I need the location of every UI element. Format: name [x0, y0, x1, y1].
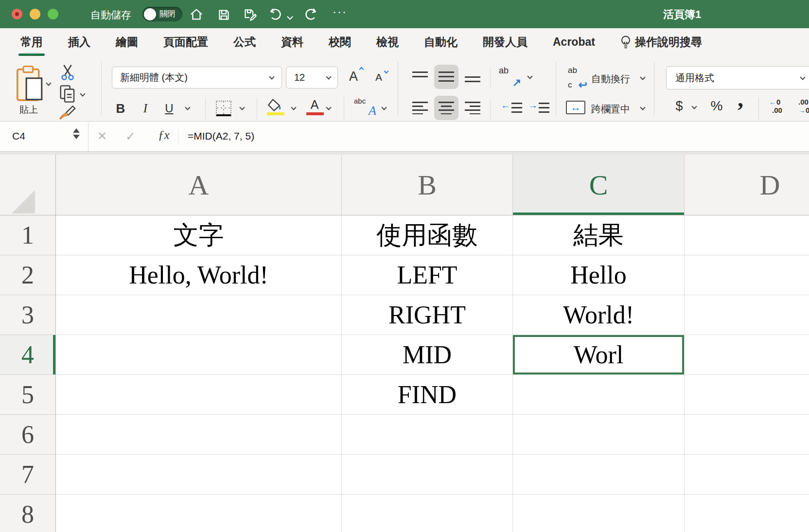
cell-D5[interactable]	[685, 375, 809, 415]
undo-button[interactable]	[267, 7, 283, 22]
font-color-chevron[interactable]	[326, 105, 331, 110]
row-header-5[interactable]: 5	[0, 375, 56, 415]
borders-menu-chevron[interactable]	[239, 105, 245, 110]
orientation-menu-chevron[interactable]	[527, 73, 532, 79]
cell-C1[interactable]: 結果	[513, 215, 685, 255]
cell-D6[interactable]	[685, 415, 809, 455]
align-top-button[interactable]	[412, 71, 428, 83]
name-box-stepper[interactable]	[73, 128, 80, 139]
more-commands-button[interactable]: ···	[333, 5, 347, 18]
bold-button[interactable]: B	[113, 99, 128, 118]
align-bottom-button[interactable]	[465, 71, 480, 83]
row-header-6[interactable]: 6	[0, 415, 56, 455]
underline-button[interactable]: U	[162, 99, 176, 118]
cell-A7[interactable]	[56, 455, 342, 495]
cell-A8[interactable]	[56, 495, 342, 532]
column-header-C[interactable]: C	[513, 155, 685, 215]
phonetic-guide-button[interactable]: abc A	[353, 97, 378, 118]
row-header-4[interactable]: 4	[0, 335, 56, 375]
minimize-window-button[interactable]	[30, 9, 40, 19]
decrease-indent-button[interactable]: ←	[502, 101, 522, 115]
font-size-select[interactable]: 12	[286, 67, 338, 89]
tab-view[interactable]: 檢視	[376, 35, 399, 50]
wrap-text-button[interactable]: ab c ↩	[568, 68, 585, 88]
percent-format-button[interactable]: %	[708, 97, 725, 115]
italic-button[interactable]: I	[139, 99, 152, 118]
row-header-8[interactable]: 8	[0, 495, 56, 532]
column-header-A[interactable]: A	[56, 155, 342, 215]
fill-color-chevron[interactable]	[291, 105, 296, 110]
close-window-button[interactable]	[12, 9, 22, 19]
cell-B2[interactable]: LEFT	[342, 255, 513, 295]
formula-input[interactable]: =MID(A2, 7, 5)	[188, 130, 254, 142]
orientation-button[interactable]: ab ↗	[499, 68, 522, 86]
font-name-select[interactable]: 新細明體 (本文)	[112, 67, 282, 89]
row-header-7[interactable]: 7	[0, 455, 56, 495]
cell-D7[interactable]	[685, 455, 809, 495]
cell-C6[interactable]	[513, 415, 685, 455]
row-header-3[interactable]: 3	[0, 295, 56, 335]
cell-C7[interactable]	[513, 455, 685, 495]
cell-D2[interactable]	[685, 255, 809, 295]
select-all-corner[interactable]	[0, 155, 56, 215]
cell-B4[interactable]: MID	[342, 335, 513, 375]
autosave-toggle[interactable]: 關閉	[142, 7, 182, 21]
cell-D1[interactable]	[685, 215, 809, 255]
tab-developer[interactable]: 開發人員	[483, 35, 528, 50]
increase-indent-button[interactable]: →	[529, 101, 549, 115]
tab-draw[interactable]: 繪圖	[116, 35, 138, 50]
phonetic-menu-chevron[interactable]	[381, 105, 387, 110]
row-header-2[interactable]: 2	[0, 255, 56, 295]
confirm-entry-button[interactable]: ✓	[125, 129, 136, 143]
cell-B8[interactable]	[342, 495, 513, 532]
decrease-decimal-button[interactable]: ←0 .00	[769, 98, 782, 114]
cell-C3[interactable]: World!	[513, 295, 685, 335]
cell-B6[interactable]	[342, 415, 513, 455]
cell-A5[interactable]	[56, 375, 342, 415]
save-as-button[interactable]	[242, 7, 258, 22]
cell-B7[interactable]	[342, 455, 513, 495]
copy-button[interactable]	[58, 84, 77, 104]
tab-home[interactable]: 常用	[20, 35, 43, 50]
column-header-D[interactable]: D	[685, 155, 809, 215]
cancel-entry-button[interactable]: ✕	[97, 129, 107, 143]
cell-B1[interactable]: 使用函數	[342, 215, 513, 255]
cell-A3[interactable]	[56, 295, 342, 335]
align-center-button[interactable]	[434, 96, 458, 120]
home-button[interactable]	[189, 7, 204, 22]
cell-D8[interactable]	[685, 495, 809, 532]
zoom-window-button[interactable]	[48, 9, 58, 19]
name-box[interactable]: C4	[12, 130, 25, 142]
insert-function-button[interactable]: ƒx	[158, 128, 170, 142]
currency-menu-chevron[interactable]	[691, 104, 697, 109]
grow-font-button[interactable]: A	[344, 67, 363, 86]
cell-B3[interactable]: RIGHT	[342, 295, 513, 335]
cell-B5[interactable]: FIND	[342, 375, 513, 415]
copy-menu-chevron[interactable]	[80, 91, 85, 96]
save-button[interactable]	[216, 7, 231, 22]
cell-A4[interactable]	[56, 335, 342, 375]
format-painter-button[interactable]	[57, 105, 77, 120]
redo-button[interactable]	[303, 7, 319, 22]
tab-automate[interactable]: 自動化	[424, 35, 457, 50]
currency-format-button[interactable]: $	[673, 97, 686, 115]
cell-D4[interactable]	[685, 335, 809, 375]
align-right-button[interactable]	[465, 102, 480, 114]
tab-tell-me[interactable]: 操作說明搜尋	[620, 35, 702, 50]
merge-center-chevron[interactable]	[640, 105, 645, 110]
cell-D3[interactable]	[685, 295, 809, 335]
cell-A2[interactable]: Hello, World!	[56, 255, 342, 295]
comma-format-button[interactable]: ,	[733, 86, 748, 111]
tab-formulas[interactable]: 公式	[233, 35, 256, 50]
shrink-font-button[interactable]: A	[369, 69, 388, 86]
cell-C4-selected[interactable]: Worl	[513, 335, 685, 375]
row-header-1[interactable]: 1	[0, 215, 56, 255]
cell-C8[interactable]	[513, 495, 685, 532]
tab-review[interactable]: 校閱	[329, 35, 351, 50]
undo-menu-chevron[interactable]	[288, 15, 293, 19]
tab-acrobat[interactable]: Acrobat	[553, 35, 595, 49]
tab-insert[interactable]: 插入	[68, 35, 90, 50]
column-header-B[interactable]: B	[342, 155, 513, 215]
align-middle-button[interactable]	[434, 65, 458, 89]
cut-button[interactable]	[59, 63, 76, 82]
